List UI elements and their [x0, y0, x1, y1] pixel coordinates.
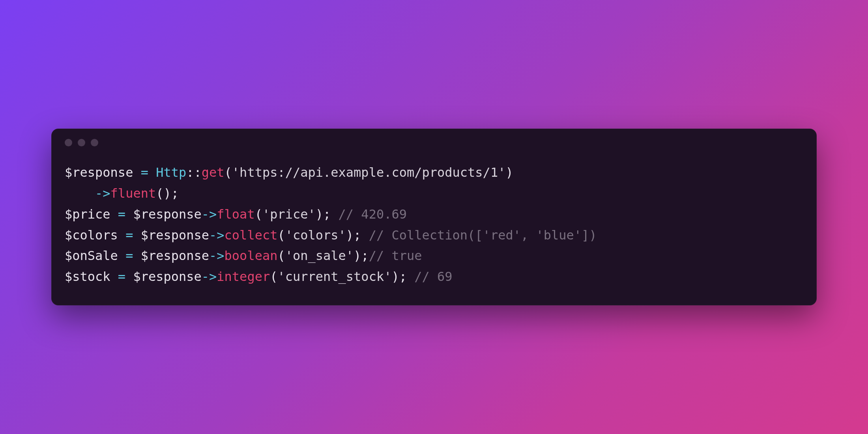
- code-token: =: [141, 165, 148, 180]
- code-token: $response: [133, 207, 201, 222]
- code-token: =: [125, 228, 133, 243]
- code-token: // true: [369, 248, 422, 263]
- code-token: 'colors': [285, 228, 346, 243]
- code-token: [148, 165, 156, 180]
- code-token: ): [505, 165, 513, 180]
- code-token: [133, 228, 140, 243]
- code-token: );: [316, 207, 339, 222]
- code-block: $response = Http::get('https://api.examp…: [51, 150, 817, 305]
- code-line: ->fluent();: [65, 186, 179, 201]
- code-token: [133, 248, 140, 263]
- code-token: 'price': [262, 207, 316, 222]
- code-token: $response: [141, 228, 209, 243]
- code-token: ->: [202, 207, 217, 222]
- code-token: 'current_stock': [277, 269, 391, 284]
- code-token: // 420.69: [339, 207, 407, 222]
- code-token: $response: [65, 165, 133, 180]
- code-window: $response = Http::get('https://api.examp…: [51, 129, 817, 305]
- code-token: $stock: [65, 269, 110, 284]
- code-token: (: [255, 207, 262, 222]
- code-token: (: [277, 248, 285, 263]
- code-token: Http: [156, 165, 186, 180]
- code-token: ->: [209, 228, 224, 243]
- indent: [65, 186, 95, 201]
- code-token: [110, 269, 118, 284]
- code-line: $response = Http::get('https://api.examp…: [65, 165, 513, 180]
- code-token: $response: [141, 248, 209, 263]
- code-token: ();: [156, 186, 179, 201]
- code-token: );: [346, 228, 369, 243]
- code-token: [133, 165, 140, 180]
- code-line: $price = $response->float('price'); // 4…: [65, 207, 407, 222]
- code-token: 'on_sale': [285, 248, 354, 263]
- code-token: $price: [65, 207, 110, 222]
- code-token: ->: [95, 186, 110, 201]
- code-token: fluent: [110, 186, 156, 201]
- code-token: // 69: [414, 269, 452, 284]
- code-token: [118, 228, 125, 243]
- code-token: $response: [133, 269, 201, 284]
- code-token: =: [118, 269, 125, 284]
- code-token: [125, 207, 133, 222]
- code-token: ->: [202, 269, 217, 284]
- code-token: [125, 269, 133, 284]
- traffic-light-minimize-icon[interactable]: [78, 139, 85, 146]
- code-token: (: [277, 228, 285, 243]
- code-token: );: [391, 269, 414, 284]
- code-token: $colors: [65, 228, 118, 243]
- code-token: boolean: [224, 248, 278, 263]
- code-token: );: [354, 248, 369, 263]
- code-token: =: [125, 248, 133, 263]
- code-token: // Collection(['red', 'blue']): [369, 228, 597, 243]
- code-token: ->: [209, 248, 224, 263]
- code-token: collect: [224, 228, 278, 243]
- code-token: 'https://api.example.com/products/1': [232, 165, 506, 180]
- code-line: $stock = $response->integer('current_sto…: [65, 269, 453, 284]
- code-line: $onSale = $response->boolean('on_sale');…: [65, 248, 422, 263]
- code-token: get: [202, 165, 224, 180]
- window-titlebar: [51, 129, 817, 150]
- code-token: $onSale: [65, 248, 118, 263]
- code-token: ::: [186, 165, 202, 180]
- traffic-light-close-icon[interactable]: [65, 139, 72, 146]
- code-line: $colors = $response->collect('colors'); …: [65, 228, 597, 243]
- code-token: (: [224, 165, 232, 180]
- code-token: =: [118, 207, 125, 222]
- code-token: [110, 207, 118, 222]
- code-token: float: [217, 207, 254, 222]
- code-token: [118, 248, 125, 263]
- traffic-light-zoom-icon[interactable]: [91, 139, 98, 146]
- code-token: integer: [217, 269, 270, 284]
- code-token: (: [270, 269, 277, 284]
